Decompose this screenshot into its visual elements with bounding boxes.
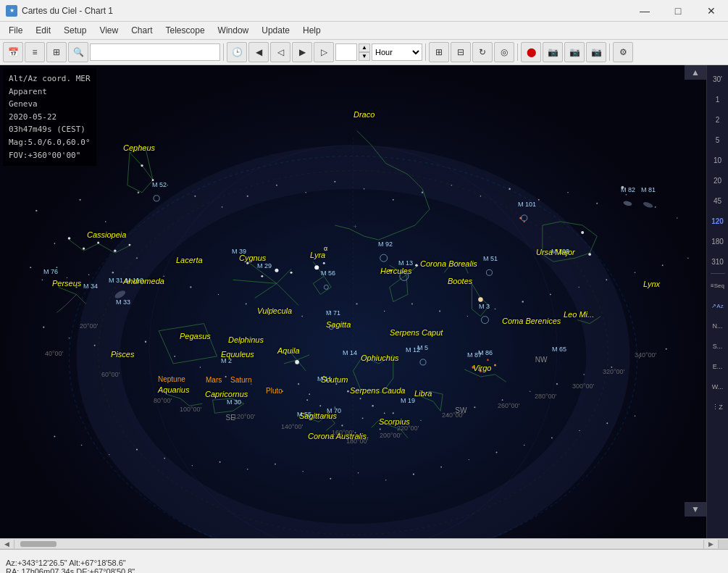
svg-point-220 [331, 416, 332, 417]
label-andromeda: Andromeda [123, 277, 164, 285]
tb-prev-btn[interactable]: ◀ [248, 42, 269, 62]
hscroll-left-btn[interactable]: ◀ [0, 540, 14, 548]
scroll-up-button[interactable]: ▲ [685, 65, 706, 80]
scale-z-icon[interactable]: ⋮Z [707, 397, 728, 417]
svg-line-38 [464, 369, 480, 377]
svg-point-176 [522, 301, 523, 302]
tb-camera1-icon[interactable]: 📷 [543, 42, 563, 62]
menu-chart[interactable]: Chart [125, 22, 158, 38]
menu-update[interactable]: Update [256, 22, 296, 38]
label-ursa-major: Ursa Major [536, 248, 575, 256]
svg-point-228 [114, 249, 116, 251]
tb-rewind-btn[interactable]: ◁ [270, 42, 290, 62]
label-m108: M 108 [551, 248, 569, 255]
scale-w-icon[interactable]: W... [707, 377, 728, 397]
scale-1deg[interactable]: 1 [707, 89, 728, 109]
close-button[interactable]: ✕ [695, 0, 728, 22]
svg-line-1 [248, 262, 277, 283]
hscrollbar[interactable]: ◀ ▶ [0, 539, 728, 549]
maximize-button[interactable]: □ [661, 0, 695, 22]
tb-calendar-icon[interactable]: 📅 [3, 42, 23, 62]
scale-5deg[interactable]: 5 [707, 130, 728, 150]
scale-310deg[interactable]: 310 [707, 251, 728, 272]
svg-point-231 [261, 275, 263, 277]
svg-point-135 [655, 206, 656, 208]
svg-line-76 [146, 149, 153, 180]
scale-n-icon[interactable]: N... [707, 316, 728, 336]
hscroll-thumb[interactable] [20, 541, 57, 547]
tb-grid2-icon[interactable]: ⊟ [451, 42, 471, 62]
tb-clock-icon[interactable]: 🕒 [227, 42, 247, 62]
menu-window[interactable]: Window [212, 22, 255, 38]
tb-search-icon[interactable]: 🔍 [68, 42, 88, 62]
tb-forward-btn[interactable]: ▷ [314, 42, 334, 62]
scale-120deg[interactable]: 120 [707, 211, 728, 231]
menu-help[interactable]: Help [297, 22, 327, 38]
time-spin-down[interactable]: ▼ [359, 52, 370, 61]
svg-point-141 [145, 341, 146, 343]
svg-line-9 [313, 283, 320, 294]
svg-line-77 [58, 287, 76, 294]
tb-settings-icon[interactable]: ⚙ [613, 42, 633, 62]
svg-point-157 [583, 374, 585, 375]
search-input[interactable] [90, 43, 220, 61]
label-m65: M 65 [552, 346, 566, 353]
tb-play-btn[interactable]: ▶ [292, 42, 312, 62]
time-input[interactable]: 1 [335, 43, 357, 61]
scale-e-icon[interactable]: E... [707, 356, 728, 377]
menu-telescope[interactable]: Telescope [160, 22, 211, 38]
tb-table-icon[interactable]: ⊞ [46, 42, 67, 62]
svg-point-202 [579, 430, 580, 431]
scroll-down-button[interactable]: ▼ [685, 502, 706, 516]
scale-180deg[interactable]: 180 [707, 231, 728, 251]
tb-red-btn[interactable]: ⬤ [521, 42, 541, 62]
degree-200: 200°00' [380, 432, 401, 439]
svg-point-140 [120, 352, 120, 353]
scale-10deg[interactable]: 10 [707, 150, 728, 170]
statusbar: Az:+343°12'26.5" Alt:+67°18'58.6" RA: 17… [0, 549, 728, 573]
svg-point-166 [246, 304, 247, 305]
tb-camera3-icon[interactable]: 📷 [586, 42, 606, 62]
scale-s-icon[interactable]: S... [707, 336, 728, 356]
svg-point-121 [247, 196, 248, 197]
svg-line-55 [390, 425, 401, 429]
scale-2deg[interactable]: 2 [707, 109, 728, 130]
hscroll-right-btn[interactable]: ▶ [703, 540, 718, 548]
scale-az-icon[interactable]: ↗Az [707, 296, 728, 316]
main-area: + SE SW NW Alt/Az coord. MER Apparent Ge… [0, 65, 728, 538]
svg-line-84 [408, 175, 422, 189]
label-aquila: Aquila [277, 346, 300, 355]
degree-160: 160°00' [332, 429, 353, 436]
menu-file[interactable]: File [3, 22, 28, 38]
svg-point-146 [282, 390, 283, 392]
tb-grid-icon[interactable]: ⊞ [429, 42, 449, 62]
info-line-fov: FOV:+360°00'00" [9, 149, 91, 162]
svg-line-64 [233, 403, 244, 411]
menu-setup[interactable]: Setup [58, 22, 92, 38]
degree-40: 40°00' [45, 350, 63, 357]
degree-300: 300°00' [572, 382, 594, 390]
scale-20deg[interactable]: 20 [707, 170, 728, 191]
tb-target-icon[interactable]: ◎ [494, 42, 514, 62]
time-spinner[interactable]: ▲ ▼ [359, 43, 370, 61]
label-equuleus: Equuleus [221, 350, 254, 359]
label-m11: M 11 [317, 375, 332, 382]
scale-45deg[interactable]: 45 [707, 191, 728, 211]
tb-rotate-icon[interactable]: ↻ [472, 42, 493, 62]
tb-list-icon[interactable]: ≡ [25, 42, 45, 62]
time-unit-select[interactable]: Hour Second Minute Day Week Month Year [372, 43, 422, 61]
time-spin-up[interactable]: ▲ [359, 43, 370, 52]
svg-point-153 [474, 406, 475, 408]
menu-view[interactable]: View [93, 22, 124, 38]
star-map[interactable]: + SE SW NW Alt/Az coord. MER Apparent Ge… [0, 65, 706, 538]
menu-edit[interactable]: Edit [30, 22, 57, 38]
tb-camera2-icon[interactable]: 📷 [564, 42, 585, 62]
svg-point-158 [611, 367, 612, 368]
scale-30arc[interactable]: 30' [707, 69, 728, 89]
svg-point-240 [480, 369, 482, 372]
svg-point-209 [75, 286, 77, 288]
minimize-button[interactable]: — [628, 0, 661, 22]
svg-line-83 [386, 164, 408, 175]
scale-seq-icon[interactable]: ≡Seq [707, 275, 728, 296]
svg-point-245 [400, 272, 409, 280]
